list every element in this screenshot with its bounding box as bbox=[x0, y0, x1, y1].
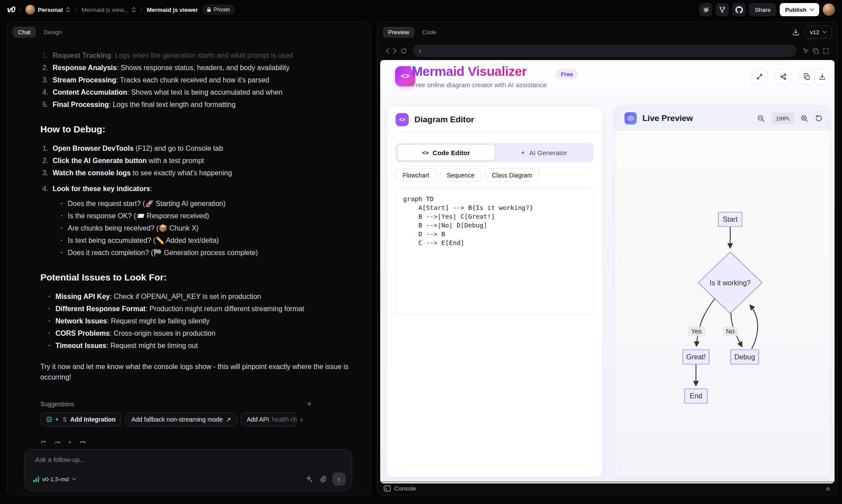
fullscreen-icon bbox=[823, 48, 829, 54]
expand-console-button[interactable] bbox=[825, 486, 831, 492]
github-button[interactable] bbox=[732, 3, 746, 16]
enhance-prompt-button[interactable] bbox=[306, 476, 313, 483]
zoom-in-button[interactable] bbox=[800, 114, 808, 122]
breadcrumb-chat-title: Mermaid js viewer bbox=[147, 7, 198, 13]
app-viewport: <> Mermaid Visualizer Free Free online d… bbox=[380, 60, 835, 483]
expand-button[interactable] bbox=[752, 69, 767, 85]
tab-class-diagram[interactable]: Class Diagram bbox=[485, 168, 539, 182]
copy-button[interactable] bbox=[40, 440, 48, 443]
paperclip-icon bbox=[319, 476, 326, 483]
browser-bar bbox=[378, 42, 837, 60]
reset-icon bbox=[815, 114, 823, 122]
git-fork-icon bbox=[719, 6, 726, 13]
fullscreen-button[interactable] bbox=[823, 48, 829, 54]
top-bar: v0 / Personal / Mermaid js view... / Mer… bbox=[0, 0, 842, 19]
breadcrumb-project[interactable]: Mermaid js view... bbox=[81, 7, 136, 13]
url-bar[interactable] bbox=[413, 45, 796, 57]
refresh-button[interactable] bbox=[400, 48, 407, 54]
share-button[interactable]: Share bbox=[749, 3, 776, 16]
copy-app-button[interactable] bbox=[799, 69, 815, 85]
attach-button[interactable] bbox=[319, 476, 326, 483]
code-glyph-icon: <> bbox=[422, 149, 428, 156]
tab-sequence[interactable]: Sequence bbox=[440, 168, 482, 182]
publish-button[interactable]: Publish bbox=[780, 3, 819, 16]
close-icon[interactable]: × bbox=[307, 400, 311, 408]
tab-ai-generator[interactable]: ✦ AI Generator bbox=[495, 144, 592, 161]
user-avatar[interactable] bbox=[823, 4, 835, 16]
model-selector[interactable]: v0-1.5-md bbox=[33, 476, 76, 483]
console-bar[interactable]: Console bbox=[378, 482, 837, 495]
node-end-label: End bbox=[690, 392, 702, 400]
bolt-icon bbox=[55, 417, 59, 422]
thumbs-up-button[interactable] bbox=[66, 440, 74, 443]
breadcrumb-team[interactable]: Personal bbox=[25, 5, 71, 14]
chevron-right-icon bbox=[393, 48, 397, 54]
fork-button[interactable] bbox=[716, 3, 729, 16]
download-button[interactable] bbox=[792, 28, 799, 36]
code-line: A[Start] --> B{Is it working?} bbox=[403, 203, 586, 212]
expand-icon bbox=[756, 73, 763, 80]
tab-chat[interactable]: Chat bbox=[13, 27, 36, 38]
app-subtitle: Free online diagram creator with AI assi… bbox=[412, 81, 547, 89]
zoom-out-button[interactable] bbox=[757, 114, 765, 122]
bullet-item: •CORS Problems: Cross-origin issues in p… bbox=[48, 327, 355, 340]
bullet-item: •Does the request start? (🚀 Starting AI … bbox=[61, 198, 367, 210]
editor-mode-tabs: <> Code Editor ✦ AI Generator bbox=[396, 143, 594, 162]
new-window-button[interactable] bbox=[813, 48, 819, 54]
share-app-button[interactable] bbox=[775, 69, 791, 85]
tab-code[interactable]: Code bbox=[417, 27, 442, 38]
edge-decision-great bbox=[696, 296, 717, 346]
preview-tabs: Preview Code v12 bbox=[378, 22, 837, 42]
download-app-button[interactable] bbox=[814, 69, 830, 85]
code-line: B -->|Yes| C[Great!] bbox=[403, 212, 586, 221]
tab-code-editor[interactable]: <> Code Editor bbox=[397, 144, 495, 161]
stripe-s-icon bbox=[62, 417, 67, 422]
suggestion-add-api-health[interactable]: Add API health ch bbox=[241, 412, 297, 426]
preview-panel: Preview Code v12 bbox=[377, 22, 838, 495]
diagram-editor-header: <> Diagram Editor bbox=[387, 106, 603, 133]
github-icon bbox=[735, 6, 743, 14]
settings-button[interactable] bbox=[699, 3, 712, 16]
flowchart-canvas[interactable]: Start Is it working? Yes No Great! Debug… bbox=[615, 131, 831, 477]
code-line: B -->|No| D[Debug] bbox=[403, 221, 586, 230]
bullet-item: •Missing API Key: Check if OPENAI_API_KE… bbox=[48, 291, 355, 303]
suggestion-add-fallback[interactable]: Add fallback non-streaming mode ↗ bbox=[125, 412, 237, 426]
list-item: 5.Final Processing: Logs the final text … bbox=[40, 99, 339, 111]
team-avatar bbox=[25, 5, 35, 14]
tab-preview[interactable]: Preview bbox=[383, 27, 414, 38]
inspect-button[interactable] bbox=[803, 48, 809, 54]
free-badge: Free bbox=[556, 69, 578, 79]
reset-view-button[interactable] bbox=[815, 114, 823, 122]
share-nodes-icon bbox=[780, 73, 787, 80]
regenerate-button[interactable] bbox=[53, 440, 61, 443]
windows-icon bbox=[813, 48, 819, 54]
copy-icon bbox=[803, 73, 810, 80]
chat-message: 1.Request Tracking: Logs when the genera… bbox=[7, 42, 370, 443]
nav-forward-button[interactable] bbox=[393, 48, 397, 54]
bullet-item: •Network Issues: Request might be failin… bbox=[48, 315, 355, 327]
edge-debug-decision bbox=[750, 305, 758, 349]
version-selector[interactable]: v12 bbox=[805, 25, 832, 39]
bullet-item: •Timeout Issues: Request might be timing… bbox=[48, 340, 355, 352]
list-item: 1.Request Tracking: Logs when the genera… bbox=[40, 50, 339, 62]
live-preview-card: Live Preview 100% bbox=[614, 106, 831, 477]
thumbs-down-icon bbox=[79, 441, 86, 443]
url-input[interactable] bbox=[419, 48, 790, 54]
breadcrumb-separator: / bbox=[141, 6, 143, 14]
node-great-label: Great! bbox=[686, 353, 706, 361]
suggestions-next-icon[interactable]: › bbox=[300, 415, 303, 424]
edge-label-yes: Yes bbox=[691, 327, 702, 335]
console-label: Console bbox=[394, 485, 416, 492]
tab-flowchart[interactable]: Flowchart bbox=[396, 168, 436, 182]
suggestion-add-integration[interactable]: Add Integration bbox=[40, 412, 121, 426]
chevron-down-icon bbox=[72, 478, 76, 481]
v0-logo[interactable]: v0 bbox=[7, 5, 15, 14]
thumbs-down-button[interactable] bbox=[78, 440, 86, 443]
tab-design[interactable]: Design bbox=[39, 27, 68, 38]
breadcrumb-separator: / bbox=[19, 6, 21, 14]
mermaid-code-editor[interactable]: graph TD A[Start] --> B{Is it working?} … bbox=[396, 188, 594, 315]
nav-back-button[interactable] bbox=[385, 48, 389, 54]
send-button[interactable]: ↑ bbox=[332, 472, 346, 486]
chat-input[interactable] bbox=[35, 456, 281, 469]
v0-workspace: v0 / Personal / Mermaid js view... / Mer… bbox=[0, 0, 842, 504]
